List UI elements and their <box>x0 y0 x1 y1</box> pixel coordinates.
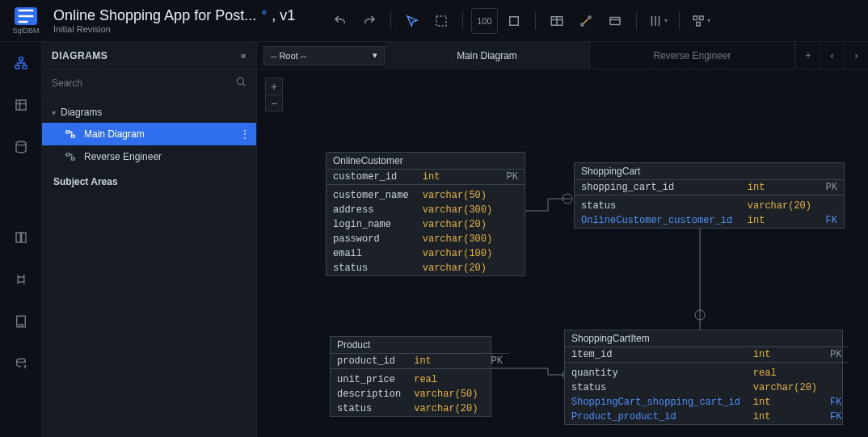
entity-title: ShoppingCartItem <box>565 330 842 347</box>
entity-shopping-cart-item[interactable]: ShoppingCartItem item_id int PK quantity… <box>564 330 843 425</box>
tree-item-main-diagram[interactable]: Main Diagram ⋮ <box>42 123 256 145</box>
svg-rect-10 <box>15 65 19 69</box>
search-input[interactable] <box>52 78 235 89</box>
entity-product[interactable]: Product product_id int PK unit_pricereal… <box>330 336 491 417</box>
separator <box>390 12 391 30</box>
chevron-down-icon: ▾ <box>707 17 710 24</box>
entity-title: ShoppingCart <box>575 163 844 179</box>
entity-shopping-cart[interactable]: ShoppingCart shopping_cart_id int PK sta… <box>574 162 845 229</box>
main-toolbar: 100 ▾ ▾ <box>327 8 713 34</box>
arrange-button[interactable]: ▾ <box>688 8 714 34</box>
brand[interactable]: SqlDBM <box>6 0 45 42</box>
tab-reverse-engineer[interactable]: Reverse Engineer <box>590 42 795 69</box>
svg-rect-7 <box>699 16 703 20</box>
tree-root-diagrams[interactable]: ▾ Diagrams <box>42 102 256 123</box>
marquee-tool[interactable] <box>428 8 454 34</box>
project-version: , v1 <box>272 7 295 24</box>
svg-rect-11 <box>23 65 27 69</box>
prev-tab-button[interactable]: ‹ <box>820 42 844 69</box>
rail-diagrams[interactable] <box>8 50 34 76</box>
column-row[interactable]: passwordvarchar(300) <box>327 232 525 246</box>
svg-point-16 <box>237 78 243 84</box>
svg-point-15 <box>16 359 25 363</box>
rail-docs[interactable] <box>8 225 34 250</box>
column-row[interactable]: descriptionvarchar(50) <box>331 387 509 401</box>
column-row[interactable]: OnlineCustomer_customer_idintFK <box>575 213 844 228</box>
display-mode-button[interactable]: ▾ <box>645 8 671 34</box>
pk-row[interactable]: item_id int PK <box>565 347 848 363</box>
svg-rect-17 <box>66 131 70 133</box>
next-tab-button[interactable]: › <box>844 42 868 69</box>
svg-rect-8 <box>696 22 700 26</box>
add-table-button[interactable] <box>544 8 570 34</box>
svg-rect-5 <box>610 17 620 24</box>
collapse-panel-icon[interactable]: « <box>241 50 246 61</box>
svg-rect-19 <box>66 153 70 156</box>
zoom-in-button[interactable]: + <box>266 78 282 95</box>
rail-datasource[interactable] <box>8 134 34 160</box>
diagram-canvas[interactable]: + − OnlineCustomer custom <box>257 69 868 437</box>
zoom-controls: + − <box>265 78 283 111</box>
separator <box>462 12 463 30</box>
tree-subject-areas[interactable]: Subject Areas <box>42 168 256 192</box>
column-row[interactable]: ShoppingCart_shopping_cart_idintFK <box>565 395 848 410</box>
brand-name: SqlDBM <box>12 27 39 35</box>
tree-item-reverse-engineer[interactable]: Reverse Engineer <box>42 145 256 168</box>
pk-row[interactable]: customer_id int PK <box>327 170 525 185</box>
zoom-out-button[interactable]: − <box>266 95 282 111</box>
svg-rect-9 <box>19 57 23 61</box>
panel-heading: DIAGRAMS <box>52 50 107 61</box>
svg-point-4 <box>588 16 591 19</box>
chevron-down-icon: ▾ <box>664 17 668 24</box>
rail-compare[interactable] <box>8 267 34 292</box>
chevron-down-icon: ▾ <box>373 50 377 61</box>
column-row[interactable]: customer_namevarchar(50) <box>327 185 525 204</box>
project-title: Online Shopping App for Post... <box>53 7 256 24</box>
zoom-100-button[interactable]: 100 <box>471 8 497 34</box>
column-row[interactable]: statusvarchar(20) <box>331 401 509 416</box>
rail-sync[interactable] <box>8 351 34 376</box>
svg-rect-14 <box>16 316 25 327</box>
column-row[interactable]: quantityreal <box>565 363 848 381</box>
separator <box>636 12 637 30</box>
column-row[interactable]: emailvarchar(100) <box>327 246 525 261</box>
tab-main-diagram[interactable]: Main Diagram <box>385 42 590 69</box>
column-row[interactable]: login_namevarchar(20) <box>327 217 525 232</box>
svg-rect-1 <box>509 16 518 25</box>
brand-icon <box>15 7 37 25</box>
svg-point-13 <box>16 141 26 145</box>
undo-button[interactable] <box>327 8 353 34</box>
side-panel: DIAGRAMS « ▾ Diagrams Main Diagram ⋮ <box>42 42 257 437</box>
column-row[interactable]: statusvarchar(20) <box>565 380 848 395</box>
search-icon[interactable] <box>235 76 246 90</box>
chevron-down-icon: ▾ <box>52 108 56 117</box>
rail-export[interactable] <box>8 309 34 334</box>
pointer-tool[interactable] <box>399 8 425 34</box>
separator <box>535 12 536 30</box>
column-row[interactable]: statusvarchar(20) <box>327 261 525 275</box>
entity-online-customer[interactable]: OnlineCustomer customer_id int PK custom… <box>326 152 525 276</box>
left-rail <box>0 42 42 437</box>
column-row[interactable]: statusvarchar(20) <box>575 195 844 214</box>
svg-rect-12 <box>16 100 26 110</box>
svg-rect-6 <box>693 16 697 20</box>
redo-button[interactable] <box>356 8 382 34</box>
fit-button[interactable] <box>501 8 527 34</box>
column-row[interactable]: Product_product_idintFK <box>565 410 848 424</box>
pk-row[interactable]: shopping_cart_id int PK <box>575 180 844 195</box>
column-row[interactable]: unit_pricereal <box>331 369 509 388</box>
rail-database[interactable] <box>8 92 34 118</box>
pk-row[interactable]: product_id int PK <box>331 354 509 369</box>
svg-point-3 <box>581 23 584 26</box>
add-relationship-button[interactable] <box>573 8 599 34</box>
add-view-button[interactable] <box>602 8 628 34</box>
entity-title: Product <box>331 337 491 353</box>
diagram-icon <box>65 151 76 162</box>
svg-rect-0 <box>436 16 446 26</box>
tabs-row: -- Root -- ▾ Main Diagram Reverse Engine… <box>257 42 868 69</box>
column-row[interactable]: addressvarchar(300) <box>327 203 525 217</box>
more-icon[interactable]: ⋮ <box>240 128 250 140</box>
add-tab-button[interactable]: ＋ <box>795 42 820 69</box>
revision-label: Initial Revision <box>53 24 295 34</box>
schema-dropdown[interactable]: -- Root -- ▾ <box>263 46 385 65</box>
